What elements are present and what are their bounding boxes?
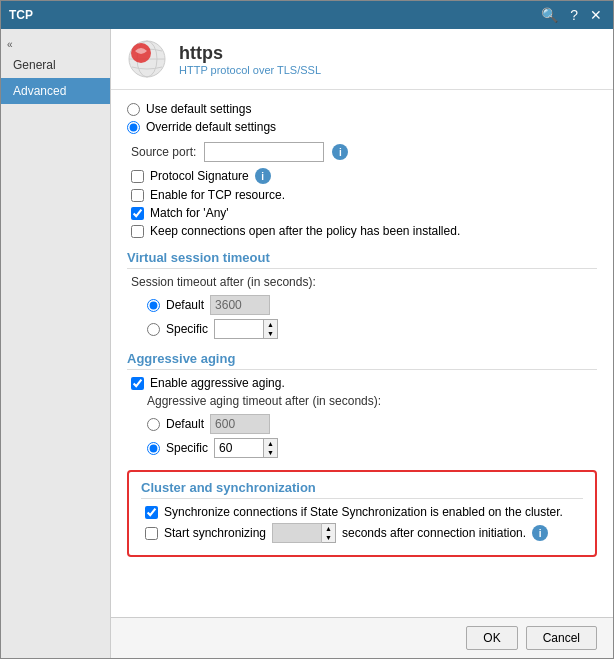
specific-timeout-label: Specific bbox=[166, 322, 208, 336]
protocol-signature-checkbox[interactable] bbox=[131, 170, 144, 183]
header-title: https bbox=[179, 43, 321, 64]
match-any-row: Match for 'Any' bbox=[131, 206, 597, 220]
enable-aggressive-label: Enable aggressive aging. bbox=[150, 376, 285, 390]
aggressive-aging-section-title: Aggressive aging bbox=[127, 351, 597, 370]
sidebar-item-general[interactable]: General bbox=[1, 52, 110, 78]
use-default-label: Use default settings bbox=[146, 102, 251, 116]
sidebar: « General Advanced bbox=[1, 29, 111, 658]
start-sync-row: Start synchronizing ▲ ▼ seconds after co… bbox=[145, 523, 583, 543]
specific-timeout-arrows: ▲ ▼ bbox=[264, 319, 278, 339]
use-default-radio[interactable] bbox=[127, 103, 140, 116]
sync-connections-label: Synchronize connections if State Synchro… bbox=[164, 505, 563, 519]
protocol-signature-row: Protocol Signature i bbox=[131, 168, 597, 184]
cluster-title: Cluster and synchronization bbox=[141, 480, 583, 499]
source-port-row: Source port: i bbox=[131, 142, 597, 162]
default-timeout-label: Default bbox=[166, 298, 204, 312]
start-sync-info-icon[interactable]: i bbox=[532, 525, 548, 541]
window-title: TCP bbox=[9, 8, 33, 22]
spinner-down-icon[interactable]: ▼ bbox=[264, 329, 277, 338]
specific-timeout-input[interactable] bbox=[214, 319, 264, 339]
start-sync-label: Start synchronizing bbox=[164, 526, 266, 540]
header-text: https HTTP protocol over TLS/SSL bbox=[179, 43, 321, 76]
sync-connections-checkbox[interactable] bbox=[145, 506, 158, 519]
aggressive-default-input bbox=[210, 414, 270, 434]
aggressive-default-row: Default bbox=[147, 414, 597, 434]
aggressive-default-label: Default bbox=[166, 417, 204, 431]
content-area: « General Advanced bbox=[1, 29, 613, 658]
virtual-timeout-section-title: Virtual session timeout bbox=[127, 250, 597, 269]
match-any-label: Match for 'Any' bbox=[150, 206, 229, 220]
override-default-radio[interactable] bbox=[127, 121, 140, 134]
sidebar-collapse-icon[interactable]: « bbox=[1, 37, 110, 52]
help-icon[interactable]: ? bbox=[567, 7, 581, 23]
default-timeout-row: Default bbox=[147, 295, 597, 315]
override-default-row: Override default settings bbox=[127, 120, 597, 134]
enable-tcp-label: Enable for TCP resource. bbox=[150, 188, 285, 202]
close-icon[interactable]: ✕ bbox=[587, 7, 605, 23]
aggressive-timeout-label: Aggressive aging timeout after (in secon… bbox=[147, 394, 597, 408]
start-sync-input[interactable] bbox=[272, 523, 322, 543]
source-port-input[interactable] bbox=[204, 142, 324, 162]
aggressive-specific-row: Specific ▲ ▼ bbox=[147, 438, 597, 458]
header-icon bbox=[127, 39, 167, 79]
aggressive-specific-arrows: ▲ ▼ bbox=[264, 438, 278, 458]
search-icon[interactable]: 🔍 bbox=[538, 7, 561, 23]
aggressive-specific-spinner: ▲ ▼ bbox=[214, 438, 278, 458]
match-any-checkbox[interactable] bbox=[131, 207, 144, 220]
source-port-label: Source port: bbox=[131, 145, 196, 159]
override-default-label: Override default settings bbox=[146, 120, 276, 134]
specific-timeout-spinner: ▲ ▼ bbox=[214, 319, 278, 339]
start-sync-checkbox[interactable] bbox=[145, 527, 158, 540]
footer-buttons: OK Cancel bbox=[111, 617, 613, 658]
sync-connections-row: Synchronize connections if State Synchro… bbox=[145, 505, 583, 519]
enable-tcp-checkbox[interactable] bbox=[131, 189, 144, 202]
aggressive-default-radio[interactable] bbox=[147, 418, 160, 431]
specific-timeout-row: Specific ▲ ▼ bbox=[147, 319, 597, 339]
default-timeout-radio[interactable] bbox=[147, 299, 160, 312]
header-section: https HTTP protocol over TLS/SSL bbox=[111, 29, 613, 90]
seconds-after-label: seconds after connection initiation. bbox=[342, 526, 526, 540]
default-timeout-input bbox=[210, 295, 270, 315]
start-sync-down-icon[interactable]: ▼ bbox=[322, 533, 335, 542]
protocol-signature-label: Protocol Signature bbox=[150, 169, 249, 183]
title-bar: TCP 🔍 ? ✕ bbox=[1, 1, 613, 29]
spinner-up-icon[interactable]: ▲ bbox=[264, 320, 277, 329]
enable-tcp-row: Enable for TCP resource. bbox=[131, 188, 597, 202]
aggressive-spinner-up-icon[interactable]: ▲ bbox=[264, 439, 277, 448]
session-timeout-label: Session timeout after (in seconds): bbox=[131, 275, 597, 289]
settings-radio-group: Use default settings Override default se… bbox=[127, 102, 597, 134]
start-sync-spinner: ▲ ▼ bbox=[272, 523, 336, 543]
specific-timeout-radio[interactable] bbox=[147, 323, 160, 336]
aggressive-specific-radio[interactable] bbox=[147, 442, 160, 455]
source-port-info-icon[interactable]: i bbox=[332, 144, 348, 160]
cluster-section: Cluster and synchronization Synchronize … bbox=[127, 470, 597, 557]
main-panel: https HTTP protocol over TLS/SSL Use def… bbox=[111, 29, 613, 658]
header-subtitle: HTTP protocol over TLS/SSL bbox=[179, 64, 321, 76]
aggressive-specific-label: Specific bbox=[166, 441, 208, 455]
enable-aggressive-row: Enable aggressive aging. bbox=[131, 376, 597, 390]
aggressive-spinner-down-icon[interactable]: ▼ bbox=[264, 448, 277, 457]
keep-connections-checkbox[interactable] bbox=[131, 225, 144, 238]
form-area: Use default settings Override default se… bbox=[111, 90, 613, 617]
keep-connections-label: Keep connections open after the policy h… bbox=[150, 224, 460, 238]
ok-button[interactable]: OK bbox=[466, 626, 517, 650]
aggressive-specific-input[interactable] bbox=[214, 438, 264, 458]
protocol-signature-info-icon[interactable]: i bbox=[255, 168, 271, 184]
use-default-row: Use default settings bbox=[127, 102, 597, 116]
enable-aggressive-checkbox[interactable] bbox=[131, 377, 144, 390]
keep-connections-row: Keep connections open after the policy h… bbox=[131, 224, 597, 238]
start-sync-arrows: ▲ ▼ bbox=[322, 523, 336, 543]
sidebar-item-advanced[interactable]: Advanced bbox=[1, 78, 110, 104]
start-sync-up-icon[interactable]: ▲ bbox=[322, 524, 335, 533]
cancel-button[interactable]: Cancel bbox=[526, 626, 597, 650]
